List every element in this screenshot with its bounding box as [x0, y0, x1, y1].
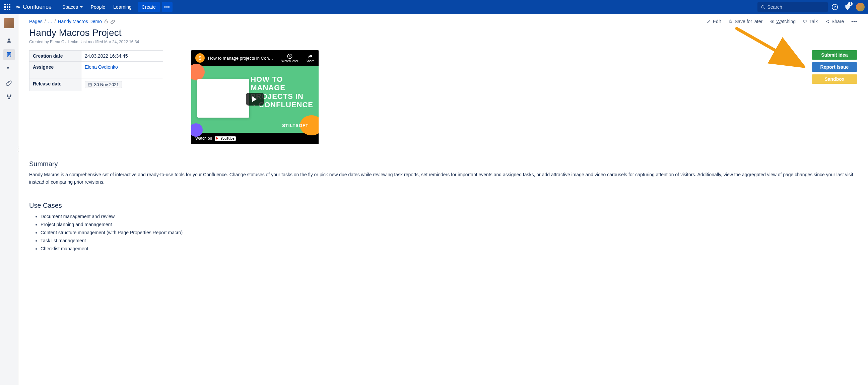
video-thumbnail: HOW TO MANAGE PROJECTS IN CONFLUENCE STI… — [191, 66, 318, 133]
nav-more-button[interactable]: ••• — [162, 2, 173, 12]
summary-heading: Summary — [29, 160, 857, 168]
calendar-icon — [88, 83, 92, 87]
sidebar-tree-icon[interactable] — [3, 91, 15, 102]
pencil-icon — [707, 19, 711, 24]
channel-avatar-icon: S — [195, 53, 205, 63]
svg-rect-25 — [804, 20, 806, 22]
svg-rect-22 — [105, 21, 107, 23]
svg-line-10 — [764, 8, 765, 9]
svg-rect-19 — [7, 94, 8, 96]
svg-rect-3 — [4, 6, 6, 8]
prop-release-label: Release date — [29, 79, 82, 91]
handy-button-stack: Submit idea Report Issue Sandbox — [812, 50, 857, 84]
page-title: Handy Macros Project — [29, 28, 857, 38]
video-share-button[interactable]: Share — [306, 53, 315, 63]
sidebar-pages-icon[interactable] — [3, 49, 15, 60]
video-title: How to manage projects in Con… — [208, 56, 274, 61]
svg-text:?: ? — [834, 5, 836, 9]
breadcrumb: Pages / … / Handy Macros Demo — [29, 19, 115, 24]
watch-on-label: Watch on — [195, 136, 212, 141]
nav-learning[interactable]: Learning — [109, 0, 136, 14]
svg-rect-29 — [88, 83, 92, 86]
watching-button[interactable]: Watching — [770, 19, 796, 24]
sidebar-attachments-icon[interactable] — [3, 77, 15, 88]
nav-people[interactable]: People — [87, 0, 110, 14]
usecases-list: Document management and review Project p… — [29, 213, 857, 253]
share-icon — [825, 19, 830, 24]
report-issue-button[interactable]: Report Issue — [812, 62, 857, 72]
nav-spaces[interactable]: Spaces — [58, 0, 87, 14]
release-date-field[interactable]: 30 Nov 2021 — [85, 81, 122, 88]
breadcrumb-ellipsis[interactable]: … — [48, 19, 53, 24]
svg-point-28 — [828, 22, 829, 23]
search-icon — [761, 5, 765, 10]
talk-icon — [803, 19, 808, 24]
svg-rect-4 — [7, 6, 8, 8]
share-arrow-icon — [307, 53, 313, 59]
notifications-icon[interactable]: 1 — [842, 1, 853, 13]
svg-rect-2 — [9, 4, 10, 5]
page-more-actions[interactable]: ••• — [851, 19, 857, 24]
prop-assignee-link[interactable]: Elena Ovdienko — [85, 64, 118, 70]
youtube-embed[interactable]: S How to manage projects in Con… Watch l… — [191, 50, 318, 144]
product-name: Confluence — [23, 4, 52, 10]
edit-button[interactable]: Edit — [707, 19, 721, 24]
save-for-later-button[interactable]: Save for later — [728, 19, 763, 24]
global-nav: Confluence Spaces People Learning Create… — [0, 0, 868, 14]
breadcrumb-current[interactable]: Handy Macros Demo — [58, 19, 102, 24]
confluence-logo[interactable]: Confluence — [15, 4, 52, 10]
sidebar-blog-icon[interactable]: ” — [3, 63, 15, 75]
video-brand: STILTSOFT — [282, 123, 309, 128]
svg-rect-1 — [7, 4, 8, 5]
sandbox-button[interactable]: Sandbox — [812, 75, 857, 84]
svg-rect-7 — [7, 9, 8, 10]
list-item: Content structure management (with Page … — [40, 229, 857, 237]
svg-rect-20 — [10, 94, 11, 96]
sidebar-people-icon[interactable] — [3, 35, 15, 46]
summary-text: Handy Macros is a comprehensive set of i… — [29, 171, 857, 186]
talk-button[interactable]: Talk — [803, 19, 818, 24]
svg-rect-5 — [9, 6, 10, 8]
page-content: Pages / … / Handy Macros Demo Edit Save … — [19, 14, 868, 385]
list-item: Document management and review — [40, 213, 857, 221]
svg-rect-6 — [4, 9, 6, 10]
prop-creation-value: 24.03.2022 16:34:45 — [82, 51, 163, 62]
create-button[interactable]: Create — [138, 2, 160, 12]
app-switcher-icon[interactable] — [3, 3, 11, 11]
page-actions: Edit Save for later Watching Talk Share … — [707, 19, 857, 24]
notification-count: 1 — [848, 2, 852, 6]
watch-later-button[interactable]: Watch later — [281, 53, 298, 63]
svg-rect-21 — [8, 97, 10, 99]
svg-point-9 — [762, 5, 764, 8]
svg-text:”: ” — [7, 66, 9, 71]
restrictions-icon[interactable] — [104, 19, 108, 24]
share-button[interactable]: Share — [825, 19, 844, 24]
help-icon[interactable]: ? — [829, 1, 840, 13]
svg-rect-0 — [4, 4, 6, 5]
video-play-button[interactable] — [246, 93, 264, 106]
attachments-indicator-icon[interactable] — [111, 19, 115, 24]
list-item: Project planning and management — [40, 221, 857, 229]
search-input[interactable] — [767, 4, 825, 10]
page-properties-table: Creation date 24.03.2022 16:34:45 Assign… — [29, 50, 163, 91]
list-item: Task list management — [40, 237, 857, 245]
clock-icon — [287, 53, 293, 59]
svg-point-24 — [772, 21, 773, 22]
prop-creation-label: Creation date — [29, 51, 82, 62]
star-icon — [728, 19, 733, 24]
svg-point-27 — [828, 20, 829, 21]
space-avatar[interactable] — [4, 18, 14, 28]
global-search[interactable] — [757, 2, 828, 12]
breadcrumb-root[interactable]: Pages — [29, 19, 42, 24]
prop-assignee-label: Assignee — [29, 62, 82, 79]
submit-idea-button[interactable]: Submit idea — [812, 50, 857, 60]
svg-rect-8 — [9, 9, 10, 10]
space-sidebar: ” — [0, 14, 19, 385]
svg-point-13 — [8, 38, 10, 40]
youtube-badge[interactable]: YouTube — [215, 137, 236, 141]
profile-avatar[interactable] — [856, 3, 865, 11]
page-byline: Created by Elena Ovdienko, last modified… — [29, 39, 857, 44]
sidebar-collapse-handle[interactable] — [17, 145, 19, 153]
eye-icon — [770, 19, 775, 24]
svg-point-26 — [826, 21, 827, 22]
